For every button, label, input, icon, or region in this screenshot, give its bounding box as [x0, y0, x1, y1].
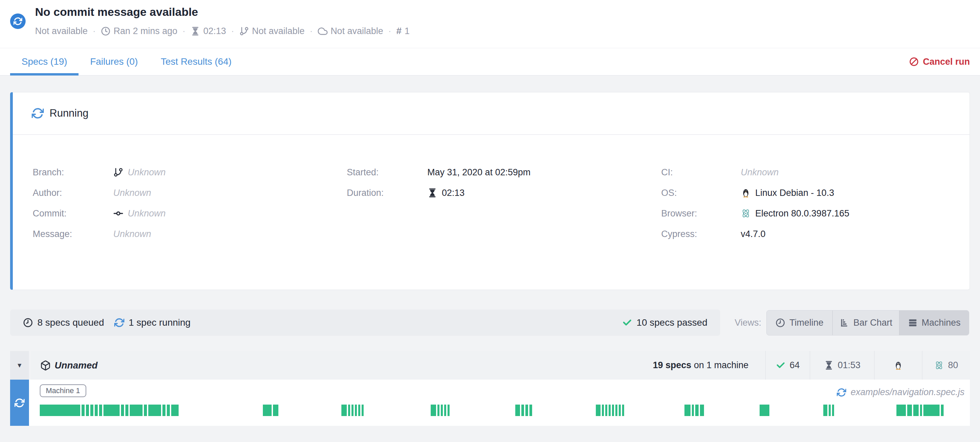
electron-icon	[741, 208, 751, 219]
spec-activity-bar	[913, 405, 919, 416]
spec-activity-bar	[130, 405, 143, 416]
meta-ran-ago: Ran 2 mins ago	[101, 26, 177, 37]
meta-separator: ·	[93, 26, 96, 37]
run-status-avatar	[10, 13, 25, 29]
running-sync-icon	[837, 388, 846, 397]
spec-activity-bar	[612, 405, 614, 416]
spec-activity-bar	[602, 405, 604, 416]
hourglass-icon	[427, 188, 438, 198]
ban-icon	[909, 57, 919, 67]
spec-activity-bar	[341, 405, 347, 416]
spec-activity-bar	[515, 405, 520, 416]
spec-activity-bar	[99, 405, 102, 416]
ci-label: CI:	[661, 166, 673, 179]
machine-group-row: Unnamed 19 specs on 1 machine 64 01:53 8…	[31, 351, 970, 380]
spec-activity-bar	[103, 405, 119, 416]
spec-activity-bar	[616, 405, 617, 416]
running-sync-icon	[32, 107, 44, 119]
run-progress-summary: 8 specs queued 1 spec running 10 specs p…	[10, 310, 720, 336]
hash-icon: #	[396, 26, 402, 37]
machine-running-indicator	[10, 380, 29, 426]
spec-activity-bar	[162, 405, 165, 416]
spec-activity-bar	[823, 405, 827, 416]
started-value: May 31, 2020 at 02:59pm	[427, 166, 530, 179]
tab-failures[interactable]: Failures (0)	[78, 48, 149, 75]
view-button-bar-chart[interactable]: Bar Chart	[833, 311, 899, 335]
group-passed-count: 64	[765, 351, 810, 380]
ci-value: Unknown	[741, 166, 779, 179]
spec-activity-bar	[941, 405, 943, 416]
commit-value: Unknown	[113, 207, 166, 220]
meta-ci: Not available	[318, 26, 383, 37]
run-status-card: Running Branch: Unknown Author: Unknown …	[10, 92, 970, 290]
spec-activity-bar	[171, 405, 178, 416]
spec-running-status: 1 spec running	[114, 317, 191, 328]
group-browser-version: 80	[922, 351, 970, 380]
meta-separator: ·	[388, 26, 391, 37]
spec-activity-bar	[121, 405, 124, 416]
spec-activity-bar	[444, 405, 446, 416]
cypress-label: Cypress:	[661, 227, 697, 241]
linux-penguin-icon	[893, 361, 903, 370]
os-label: OS:	[661, 186, 677, 199]
machine-row: Machine 1 examples/navigation.spec.js	[10, 380, 970, 426]
spec-activity-bar	[95, 405, 98, 416]
linux-penguin-icon	[741, 188, 751, 198]
spec-activity-bar	[352, 405, 353, 416]
cancel-run-button[interactable]: Cancel run	[909, 48, 970, 75]
spec-activity-bar	[361, 405, 364, 416]
spec-activity-bar	[263, 405, 272, 416]
spec-activity-bar	[126, 405, 129, 416]
spec-activity-bar	[431, 405, 436, 416]
spec-activity-bar	[605, 405, 607, 416]
commit-label: Commit:	[33, 207, 67, 220]
queued-clock-icon	[23, 318, 33, 328]
spec-activity-bar	[684, 405, 690, 416]
browser-label: Browser:	[661, 207, 697, 220]
spec-activity-bar	[692, 405, 694, 416]
machine-badge: Machine 1	[40, 385, 86, 397]
spec-activity-bar	[923, 405, 940, 416]
view-button-timeline[interactable]: Timeline	[767, 311, 833, 335]
check-icon	[622, 318, 632, 328]
page-title: No commit message available	[35, 5, 198, 19]
meta-branch: Not available	[239, 26, 305, 37]
view-button-machines[interactable]: Machines	[899, 311, 969, 335]
current-spec[interactable]: examples/navigation.spec.js	[837, 387, 964, 397]
views-label: Views:	[735, 310, 761, 336]
specs-passed-status: 10 specs passed	[622, 317, 707, 328]
run-header: No commit message available Not availabl…	[0, 0, 980, 48]
duration-value: 02:13	[427, 186, 465, 199]
group-duration: 01:53	[810, 351, 874, 380]
meta-separator: ·	[231, 26, 234, 37]
author-value: Unknown	[113, 186, 151, 199]
spec-activity-bar	[829, 405, 831, 416]
message-label: Message:	[33, 227, 72, 241]
spec-activity-bar	[609, 405, 611, 416]
os-value: Linux Debian - 10.3	[741, 186, 834, 199]
tab-test-results[interactable]: Test Results (64)	[149, 48, 243, 75]
spec-activity-bar	[348, 405, 350, 416]
git-commit-icon	[113, 208, 123, 219]
spec-activity-bar	[86, 405, 89, 416]
group-os	[874, 351, 922, 380]
spec-activity-bars	[10, 405, 970, 416]
timeline-clock-icon	[775, 318, 785, 328]
run-meta: Not available · Ran 2 mins ago · 02:13 ·…	[35, 26, 410, 37]
spec-activity-bar	[760, 405, 769, 416]
clock-icon	[101, 26, 111, 36]
specs-on-machine-summary: 19 specs on 1 machine	[653, 360, 765, 370]
browser-value: Electron 80.0.3987.165	[741, 207, 849, 220]
spec-activity-bar	[521, 405, 524, 416]
running-sync-icon	[114, 318, 124, 328]
meta-duration: 02:13	[190, 26, 226, 37]
spec-activity-bar	[832, 405, 834, 416]
spec-activity-bar	[525, 405, 528, 416]
spec-activity-bar	[596, 405, 601, 416]
specs-queued-status: 8 specs queued	[23, 317, 104, 328]
collapse-toggle[interactable]: ▼	[10, 351, 29, 380]
package-cube-icon	[40, 360, 51, 371]
tab-specs[interactable]: Specs (19)	[10, 48, 78, 75]
spec-activity-bar	[358, 405, 360, 416]
machines-icon	[908, 318, 918, 328]
